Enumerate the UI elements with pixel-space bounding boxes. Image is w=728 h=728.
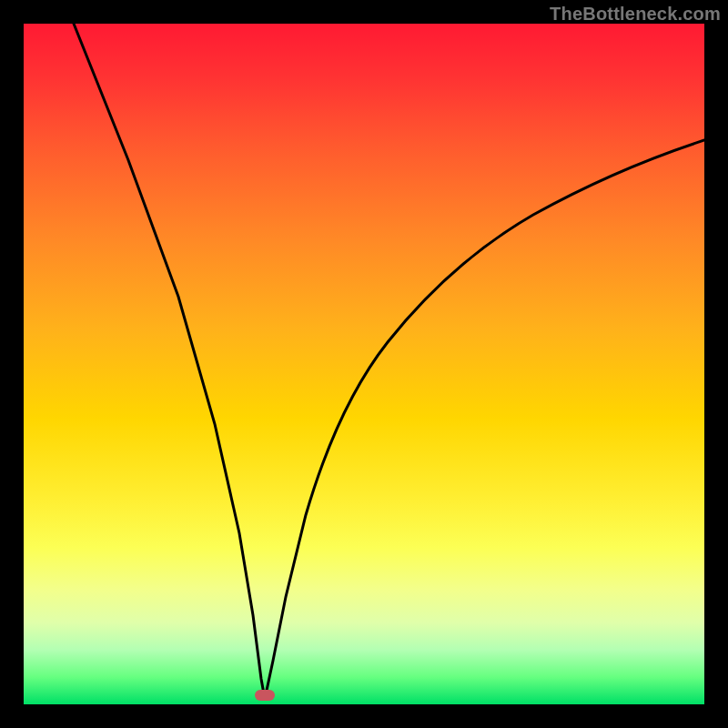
curve-right-branch [265, 140, 704, 699]
minimum-marker [255, 690, 275, 701]
watermark-text: TheBottleneck.com [550, 4, 721, 25]
bottleneck-curve [24, 24, 704, 704]
chart-plot-area [24, 24, 704, 704]
curve-left-branch [74, 24, 265, 699]
